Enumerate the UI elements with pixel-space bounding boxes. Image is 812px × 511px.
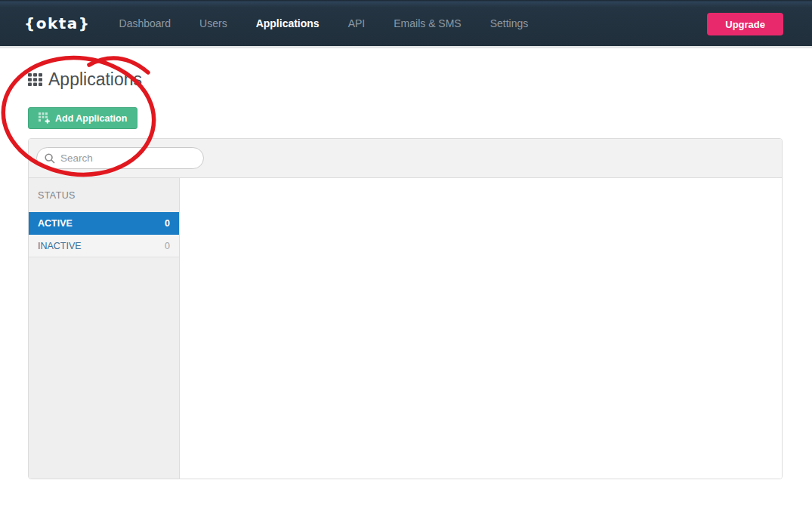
status-section-label: STATUS bbox=[29, 178, 179, 212]
page-title: Applications bbox=[48, 69, 142, 90]
grid-plus-icon bbox=[39, 112, 50, 124]
applications-panel: STATUS ACTIVE 0 INACTIVE 0 bbox=[28, 138, 783, 479]
nav-item-dashboard[interactable]: Dashboard bbox=[119, 17, 171, 29]
panel-body: STATUS ACTIVE 0 INACTIVE 0 bbox=[29, 178, 782, 479]
nav-item-users[interactable]: Users bbox=[199, 17, 227, 29]
upgrade-button[interactable]: Upgrade bbox=[707, 13, 783, 35]
applications-list-empty bbox=[180, 178, 782, 479]
nav-item-settings[interactable]: Settings bbox=[490, 17, 529, 29]
nav-item-applications[interactable]: Applications bbox=[256, 17, 320, 29]
okta-logo[interactable]: {okta} bbox=[24, 14, 91, 32]
apps-grid-icon bbox=[28, 73, 42, 86]
page-header: Applications bbox=[28, 69, 812, 90]
primary-nav: Dashboard Users Applications API Emails … bbox=[119, 17, 529, 29]
filter-active-count: 0 bbox=[165, 218, 170, 229]
nav-item-emails-sms[interactable]: Emails & SMS bbox=[394, 17, 461, 29]
filter-active-label: ACTIVE bbox=[38, 218, 73, 229]
search-toolbar bbox=[29, 139, 782, 178]
filter-inactive[interactable]: INACTIVE 0 bbox=[29, 235, 179, 257]
filter-active[interactable]: ACTIVE 0 bbox=[29, 212, 179, 235]
search-input[interactable] bbox=[36, 147, 204, 169]
filter-inactive-label: INACTIVE bbox=[38, 241, 82, 251]
top-navbar: {okta} Dashboard Users Applications API … bbox=[0, 0, 812, 48]
add-application-label: Add Application bbox=[55, 113, 127, 124]
status-filter-sidebar: STATUS ACTIVE 0 INACTIVE 0 bbox=[29, 178, 180, 479]
filter-inactive-count: 0 bbox=[165, 241, 170, 251]
nav-item-api[interactable]: API bbox=[348, 17, 366, 29]
add-application-button[interactable]: Add Application bbox=[28, 107, 137, 129]
